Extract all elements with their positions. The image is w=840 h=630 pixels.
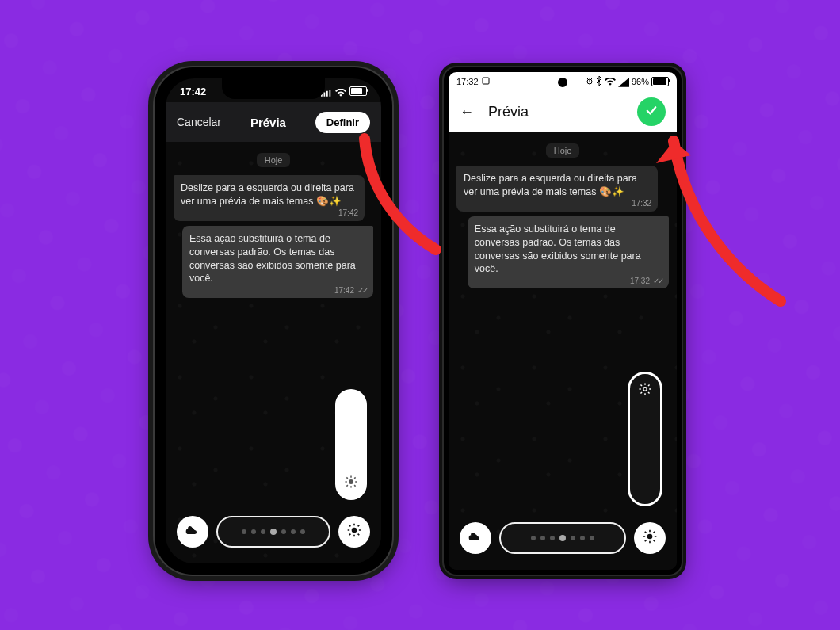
theme-dot [281, 529, 286, 534]
svg-point-31 [647, 534, 653, 540]
ios-outgoing-message-text: Essa ação substituirá o tema de conversa… [189, 233, 356, 284]
purple-background [0, 0, 840, 630]
iphone-notch [222, 78, 325, 99]
theme-dot [251, 529, 256, 534]
wifi-icon [335, 87, 346, 95]
ios-status-icons [321, 86, 367, 96]
define-button[interactable]: Definir [315, 112, 370, 133]
theme-dot [261, 529, 265, 534]
ios-incoming-message-time: 17:42 [338, 208, 358, 219]
theme-dot [531, 536, 536, 540]
svg-rect-2 [326, 91, 328, 97]
ios-outgoing-message-time: 17:42 [334, 285, 354, 296]
svg-line-22 [358, 525, 360, 527]
confirm-button[interactable] [637, 97, 666, 126]
android-outgoing-message: Essa ação substituirá o tema de conversa… [468, 216, 669, 289]
svg-point-4 [349, 479, 353, 484]
android-status-icons: 96% [586, 76, 669, 87]
svg-rect-23 [483, 78, 489, 84]
android-incoming-message: Deslize para a esquerda ou direita para … [456, 166, 658, 212]
brightness-icon [346, 522, 362, 541]
svg-line-19 [349, 525, 351, 527]
ios-incoming-message-text: Deslize para a esquerda ou direita para … [181, 182, 354, 207]
android-incoming-message-time: 17:32 [632, 198, 651, 209]
theme-dot [550, 536, 555, 540]
svg-marker-28 [618, 78, 629, 87]
svg-line-26 [587, 78, 588, 79]
svg-line-36 [645, 532, 647, 533]
back-arrow-icon: ← [460, 104, 474, 120]
theme-dot [300, 529, 305, 534]
ios-nav-header: Cancelar Prévia Definir [166, 102, 381, 142]
android-date-chip: Hoje [546, 143, 580, 158]
theme-dot [580, 536, 585, 540]
ios-incoming-message: Deslize para a esquerda ou direita para … [174, 175, 365, 221]
theme-selector-rail[interactable] [216, 516, 330, 548]
android-status-time: 17:32 [456, 77, 479, 86]
brightness-button[interactable] [634, 522, 666, 554]
battery-icon [349, 86, 367, 96]
svg-rect-3 [330, 90, 331, 97]
brightness-icon [344, 475, 358, 492]
iphone-device-frame: 17:42 Cancelar Prévia Definir Hoje Desli… [155, 67, 392, 575]
notification-badge-icon [482, 77, 490, 86]
ios-brightness-slider[interactable] [335, 389, 367, 500]
ios-status-time: 17:42 [180, 86, 206, 97]
bluetooth-icon [596, 76, 602, 87]
ios-header-title: Prévia [250, 116, 286, 129]
wifi-icon [605, 78, 616, 86]
theme-dot-active [270, 529, 277, 535]
android-bottom-toolbar [460, 519, 666, 557]
ios-chat-preview[interactable]: Hoje Deslize para a esquerda ou direita … [166, 142, 381, 563]
wallpaper-button[interactable] [460, 522, 491, 554]
alarm-icon [586, 77, 594, 86]
theme-dot [291, 529, 296, 534]
theme-dot [571, 536, 575, 540]
android-screen: 17:32 96% [449, 72, 677, 570]
svg-point-14 [352, 528, 357, 533]
android-device-frame: 17:32 96% [444, 67, 682, 575]
cancel-button[interactable]: Cancelar [177, 116, 221, 128]
svg-line-37 [654, 540, 655, 542]
svg-line-27 [591, 78, 592, 79]
iphone-screen: 17:42 Cancelar Prévia Definir Hoje Desli… [166, 78, 381, 563]
svg-rect-1 [324, 93, 326, 97]
android-brightness-slider[interactable] [628, 372, 662, 506]
brightness-button[interactable] [338, 516, 370, 548]
theme-dot [242, 529, 246, 534]
android-chat-preview[interactable]: Hoje Deslize para a esquerda ou direita … [449, 132, 677, 570]
battery-icon [651, 77, 669, 86]
svg-line-38 [645, 540, 647, 542]
cloud-sun-icon [468, 529, 483, 548]
android-nav-header: ← Prévia [449, 91, 677, 132]
gear-icon [638, 382, 652, 399]
svg-line-20 [358, 534, 360, 536]
read-ticks-icon: ✓✓ [357, 285, 367, 296]
back-button[interactable]: ← [460, 105, 474, 119]
ios-bottom-toolbar [177, 513, 370, 551]
cloud-sun-icon [185, 522, 200, 541]
svg-point-29 [643, 388, 647, 391]
read-ticks-icon: ✓✓ [653, 276, 662, 287]
theme-dot-active [559, 535, 566, 541]
brightness-icon [642, 529, 658, 548]
svg-line-9 [346, 477, 348, 479]
theme-selector-rail[interactable] [499, 522, 626, 554]
svg-line-21 [349, 534, 351, 536]
android-status-battery-text: 96% [632, 77, 649, 86]
android-camera-hole [558, 78, 567, 87]
theme-dot [590, 536, 594, 540]
cellular-icon [618, 78, 629, 86]
check-icon [644, 103, 659, 120]
ios-outgoing-message: Essa ação substituirá o tema de conversa… [182, 226, 373, 299]
android-outgoing-message-text: Essa ação substituirá o tema de conversa… [475, 223, 641, 275]
android-outgoing-message-time: 17:32 [630, 276, 650, 287]
svg-line-11 [346, 485, 348, 487]
android-incoming-message-text: Deslize para a esquerda ou direita para … [464, 173, 637, 197]
ios-date-chip: Hoje [257, 153, 291, 167]
theme-dot [540, 536, 545, 540]
svg-line-10 [354, 485, 356, 487]
svg-line-12 [354, 477, 356, 479]
android-header-title: Prévia [488, 104, 637, 120]
wallpaper-button[interactable] [177, 516, 208, 548]
